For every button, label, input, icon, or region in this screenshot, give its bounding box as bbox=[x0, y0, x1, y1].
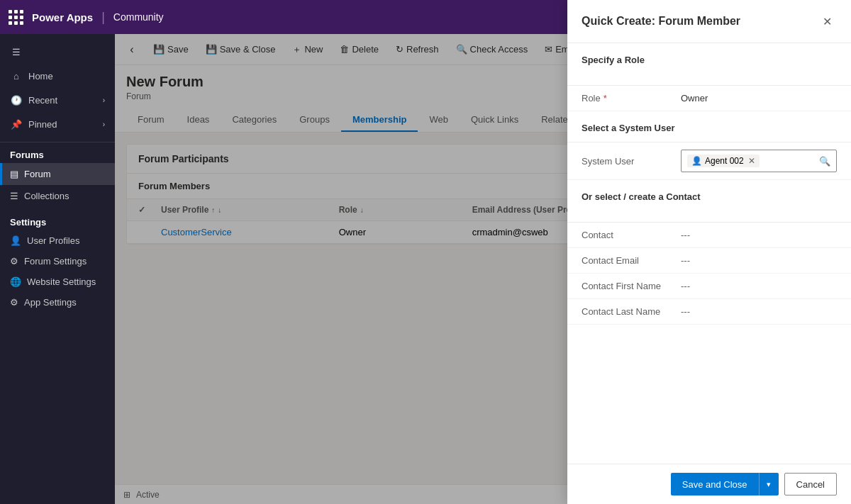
qc-role-field: Role * Owner bbox=[567, 86, 851, 111]
hamburger-icon: ☰ bbox=[10, 45, 23, 58]
user-tag: 👤 Agent 002 ✕ bbox=[687, 155, 760, 167]
qc-footer: Save and Close ▾ Cancel bbox=[567, 464, 851, 504]
app-name: Power Apps bbox=[32, 11, 93, 23]
role-required-star: * bbox=[604, 93, 607, 103]
env-name: Community bbox=[113, 11, 164, 23]
save-close-dropdown-button[interactable]: ▾ bbox=[759, 473, 779, 495]
sidebar-item-pinned[interactable]: 📌 Pinned › bbox=[0, 112, 115, 136]
cancel-button[interactable]: Cancel bbox=[784, 473, 837, 495]
home-icon: ⌂ bbox=[10, 69, 23, 82]
app-settings-icon: ⚙ bbox=[10, 297, 18, 308]
system-user-search-icon[interactable]: 🔍 bbox=[816, 153, 833, 169]
settings-section-label: Settings bbox=[0, 207, 115, 230]
qc-role-value: Owner bbox=[681, 93, 837, 103]
nav-divider: | bbox=[101, 10, 105, 25]
sidebar-item-recent[interactable]: 🕐 Recent › bbox=[0, 88, 115, 112]
qc-contact-field: Contact --- bbox=[567, 223, 851, 248]
qc-contact-last-name-field: Contact Last Name --- bbox=[567, 299, 851, 325]
qc-contact-first-name-label: Contact First Name bbox=[582, 281, 681, 291]
sidebar-top-section: ☰ ⌂ Home 🕐 Recent › 📌 Pinned › bbox=[0, 34, 115, 142]
qc-contact-last-name-value: --- bbox=[681, 306, 837, 317]
qc-contact-section: Or select / create a Contact bbox=[567, 180, 851, 223]
qc-contact-email-field: Contact Email --- bbox=[567, 248, 851, 274]
qc-contact-value: --- bbox=[681, 230, 837, 240]
qc-specify-role-title: Specify a Role bbox=[582, 55, 837, 65]
qc-system-user-title: Select a System User bbox=[582, 123, 837, 133]
qc-contact-label: Contact bbox=[582, 230, 681, 240]
pinned-icon: 📌 bbox=[10, 118, 23, 130]
qc-close-button[interactable]: ✕ bbox=[817, 11, 837, 31]
qc-contact-last-name-label: Contact Last Name bbox=[582, 306, 681, 317]
user-tag-person-icon: 👤 bbox=[691, 156, 702, 166]
sidebar-item-forum[interactable]: ▤ Forum bbox=[0, 163, 115, 185]
user-tag-name: Agent 002 bbox=[705, 156, 744, 166]
forum-settings-label: Forum Settings bbox=[24, 256, 87, 267]
app-settings-label: App Settings bbox=[24, 297, 77, 308]
sidebar-item-app-settings[interactable]: ⚙ App Settings bbox=[0, 292, 115, 313]
sidebar: ☰ ⌂ Home 🕐 Recent › 📌 Pinned › Forums ▤ … bbox=[0, 34, 115, 504]
sidebar-recent-label: Recent bbox=[28, 95, 57, 106]
quick-create-panel: Quick Create: Forum Member ✕ Specify a R… bbox=[567, 0, 851, 504]
qc-system-user-section: Select a System User bbox=[567, 111, 851, 142]
sidebar-item-hamburger[interactable]: ☰ bbox=[0, 40, 115, 64]
qc-role-label: Role * bbox=[582, 93, 681, 103]
dropdown-chevron-icon: ▾ bbox=[767, 480, 771, 489]
qc-contact-email-label: Contact Email bbox=[582, 255, 681, 266]
qc-contact-section-title: Or select / create a Contact bbox=[582, 191, 837, 202]
user-profiles-label: User Profiles bbox=[27, 235, 79, 246]
sidebar-item-user-profiles[interactable]: 👤 User Profiles bbox=[0, 230, 115, 251]
forum-icon: ▤ bbox=[10, 169, 18, 179]
qc-contact-email-value: --- bbox=[681, 255, 837, 266]
recent-icon: 🕐 bbox=[10, 94, 23, 106]
sidebar-forum-label: Forum bbox=[24, 169, 51, 179]
waffle-icon[interactable] bbox=[9, 10, 23, 25]
qc-contact-first-name-value: --- bbox=[681, 281, 837, 291]
sidebar-collections-label: Collections bbox=[24, 191, 69, 201]
forum-settings-icon: ⚙ bbox=[10, 256, 18, 267]
save-and-close-button[interactable]: Save and Close bbox=[671, 473, 759, 495]
website-settings-icon: 🌐 bbox=[10, 276, 21, 287]
sidebar-home-label: Home bbox=[28, 71, 53, 82]
collections-icon: ☰ bbox=[10, 191, 18, 201]
forums-section-label: Forums bbox=[0, 142, 115, 163]
qc-system-user-field: System User 👤 Agent 002 ✕ 🔍 bbox=[567, 142, 851, 180]
sidebar-item-website-settings[interactable]: 🌐 Website Settings bbox=[0, 271, 115, 292]
pinned-chevron-icon: › bbox=[103, 121, 105, 128]
sidebar-pinned-label: Pinned bbox=[28, 119, 57, 130]
qc-specify-role-section: Specify a Role bbox=[567, 43, 851, 86]
qc-body: Specify a Role Role * Owner Select a Sys… bbox=[567, 43, 851, 464]
system-user-input[interactable]: 👤 Agent 002 ✕ 🔍 bbox=[681, 150, 837, 172]
recent-chevron-icon: › bbox=[103, 96, 105, 104]
sidebar-item-home[interactable]: ⌂ Home bbox=[0, 64, 115, 88]
qc-header: Quick Create: Forum Member ✕ bbox=[567, 0, 851, 43]
website-settings-label: Website Settings bbox=[27, 276, 96, 287]
user-profiles-icon: 👤 bbox=[10, 235, 21, 246]
sidebar-item-forum-settings[interactable]: ⚙ Forum Settings bbox=[0, 251, 115, 271]
qc-title: Quick Create: Forum Member bbox=[582, 15, 740, 28]
user-tag-remove-button[interactable]: ✕ bbox=[748, 156, 755, 166]
sidebar-item-collections[interactable]: ☰ Collections bbox=[0, 185, 115, 207]
save-close-button-group: Save and Close ▾ bbox=[671, 473, 779, 495]
qc-system-user-label: System User bbox=[582, 156, 681, 167]
qc-contact-first-name-field: Contact First Name --- bbox=[567, 274, 851, 299]
